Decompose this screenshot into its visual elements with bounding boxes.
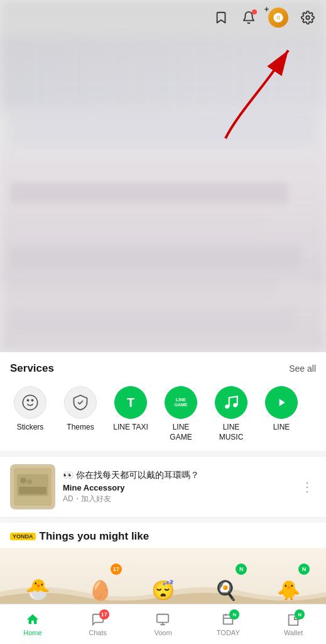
mascot-strip: 🐣 🥚 17 😴 🍳 N 🐥 N [0, 548, 326, 604]
mascot-badge-4: N [236, 564, 247, 575]
today-icon: N [220, 612, 236, 627]
settings-icon[interactable] [300, 9, 316, 26]
line-taxi-label: LINE TAXI [113, 423, 148, 433]
svg-point-6 [225, 404, 229, 409]
notification-badge [252, 9, 257, 14]
ad-subtitle: Mine Accessory [63, 483, 291, 492]
ad-info: 👀 你在找每天都可以戴的耳環嗎？ Mine Accessory AD・加入好友 [63, 470, 291, 504]
mascot-4: 🍳 N [207, 564, 244, 601]
ad-more-button[interactable]: ⋮ [298, 477, 316, 497]
coin-plus-icon: + [264, 5, 269, 14]
svg-point-4 [27, 399, 28, 401]
bottom-nav: Home 17 Chats Voom N TODAY [0, 604, 326, 644]
recommended-section: YONDA Things you might like 🐣 🥚 17 [0, 523, 326, 604]
nav-home-label: Home [23, 629, 41, 636]
home-icon [25, 612, 40, 627]
recommended-title: Things you might like [40, 530, 149, 543]
svg-rect-13 [157, 614, 168, 623]
mascot-badge-2: 17 [111, 564, 122, 575]
voom-icon [155, 612, 170, 627]
mascot-5: 🐥 N [269, 564, 307, 601]
line-music-icon [215, 386, 247, 419]
nav-wallet-label: Wallet [284, 629, 303, 636]
ad-section: 👀 你在找每天都可以戴的耳環嗎？ Mine Accessory AD・加入好友 … [0, 456, 326, 518]
notification-icon[interactable] [241, 9, 257, 26]
mascot-1: 🐣 [19, 564, 57, 601]
stickers-label: Stickers [17, 423, 44, 433]
top-header: + [0, 0, 326, 35]
chats-badge: 17 [99, 609, 109, 619]
mascot-3: 😴 [144, 564, 182, 601]
services-grid: Stickers Themes T LINE TAXI [0, 382, 326, 446]
nav-today[interactable]: N TODAY [195, 608, 261, 640]
svg-rect-12 [19, 487, 46, 494]
line-game-icon: LINE GAME [165, 386, 197, 419]
line-game-label: LINEGAME [170, 423, 192, 442]
line-more-icon [265, 386, 298, 419]
nav-wallet[interactable]: N Wallet [261, 608, 326, 640]
mascot-2: 🥚 17 [82, 564, 119, 601]
svg-point-7 [233, 403, 237, 408]
wallet-badge: N [295, 609, 305, 619]
main-content: Services See all Stickers [0, 352, 326, 644]
svg-point-1 [306, 16, 310, 19]
services-header: Services See all [0, 362, 326, 375]
svg-point-10 [20, 477, 26, 484]
nav-chats-label: Chats [89, 629, 107, 636]
line-more-label: LINE [273, 423, 290, 433]
service-line-more[interactable]: LINE [256, 382, 307, 446]
svg-point-11 [27, 479, 32, 484]
line-music-label: LINEMUSIC [219, 423, 244, 442]
themes-icon [64, 386, 97, 419]
service-line-music[interactable]: LINEMUSIC [206, 382, 256, 446]
nav-chats[interactable]: 17 Chats [65, 608, 131, 640]
mascot-badge-5: N [298, 564, 310, 575]
bookmark-icon[interactable] [213, 9, 229, 26]
recommended-header: YONDA Things you might like [0, 530, 326, 548]
service-line-taxi[interactable]: T LINE TAXI [106, 382, 156, 446]
svg-point-3 [23, 395, 37, 409]
see-all-button[interactable]: See all [289, 364, 316, 374]
today-badge: N [229, 609, 239, 619]
coin-icon[interactable]: + [268, 8, 288, 28]
nav-voom-label: Voom [154, 629, 171, 636]
services-section: Services See all Stickers [0, 352, 326, 451]
line-taxi-icon: T [114, 386, 147, 419]
hero-area [0, 0, 326, 352]
chats-icon: 17 [90, 612, 106, 627]
nav-home[interactable]: Home [0, 608, 65, 640]
ad-meta: AD・加入好友 [63, 494, 291, 504]
service-stickers[interactable]: Stickers [5, 382, 55, 446]
services-title: Services [10, 362, 54, 375]
ad-thumbnail [10, 464, 55, 509]
themes-label: Themes [67, 423, 94, 433]
wallet-icon: N [286, 612, 301, 627]
svg-point-5 [31, 399, 33, 401]
ad-title: 👀 你在找每天都可以戴的耳環嗎？ [63, 470, 291, 481]
service-themes[interactable]: Themes [55, 382, 106, 446]
stickers-icon [14, 386, 46, 419]
nav-today-label: TODAY [217, 629, 240, 636]
yonda-badge: YONDA [10, 533, 36, 540]
mascot-figures: 🐣 🥚 17 😴 🍳 N 🐥 N [0, 564, 326, 601]
nav-voom[interactable]: Voom [131, 608, 196, 640]
service-line-game[interactable]: LINE GAME LINEGAME [156, 382, 206, 446]
